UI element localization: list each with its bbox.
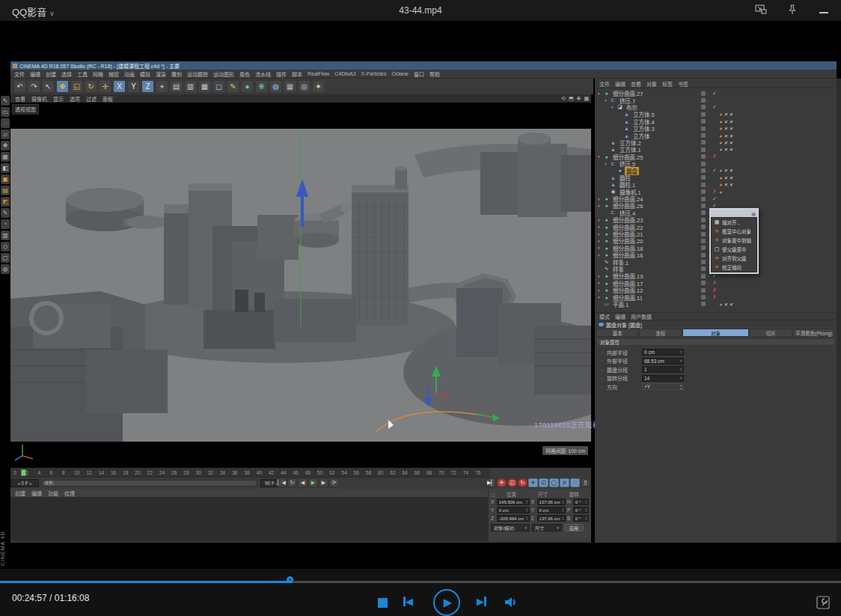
toolbar-icon[interactable]: ◱ <box>70 80 83 93</box>
visibility-dots[interactable]: : <box>708 105 709 109</box>
layer-chip[interactable] <box>701 218 706 222</box>
layer-chip[interactable] <box>701 112 706 117</box>
toolbar-icon[interactable]: ▦ <box>284 80 296 93</box>
c4d-menu-item[interactable]: 角色 <box>239 70 250 78</box>
object-manager-menu-item[interactable]: 文件 <box>599 80 610 88</box>
c4d-menu-item[interactable]: 模拟 <box>140 70 150 78</box>
visibility-dots[interactable]: : <box>708 288 709 293</box>
palette-icon[interactable]: ▦ <box>1 152 10 162</box>
popup-menu-item[interactable]: ▢ 使父级居中 <box>712 245 756 254</box>
visibility-dots[interactable]: : <box>708 91 709 96</box>
enable-mark[interactable] <box>712 168 717 174</box>
apply-button[interactable]: 应用 <box>564 524 584 531</box>
layer-chip[interactable] <box>701 105 706 109</box>
toolbar-icon[interactable]: ◻ <box>212 80 225 93</box>
video-display-area[interactable]: CINEMA 4D R18.057 Studio (RC - R18) - [建… <box>0 21 841 569</box>
layer-chip[interactable] <box>701 197 706 201</box>
palette-icon[interactable]: ◌ <box>1 118 10 128</box>
viewport-icon[interactable]: ⟲ <box>561 96 566 102</box>
c4d-menu-item[interactable]: 创建 <box>46 70 56 78</box>
c4d-menu-item[interactable]: 流水线 <box>255 70 271 78</box>
attribute-menu-item[interactable]: 编辑 <box>615 313 626 320</box>
c4d-menu-item[interactable]: 雕刻 <box>171 70 182 78</box>
field-value[interactable]: +Y▴▾ <box>642 383 684 390</box>
playback-button[interactable]: ⟳ <box>329 478 339 487</box>
tag-icons[interactable]: ◕✕✕ <box>719 119 733 124</box>
attribute-tab[interactable]: 平滑着色(Phong) <box>793 329 835 337</box>
visibility-dots[interactable]: : <box>708 140 709 144</box>
visibility-dots[interactable]: : <box>708 197 709 201</box>
playback-button[interactable]: ▏◀ <box>277 478 287 487</box>
popup-menu-item[interactable]: ▦ 轴对齐... <box>712 218 756 227</box>
keyframe-button[interactable]: ✛ <box>528 478 538 487</box>
expand-arrow[interactable] <box>598 204 603 208</box>
visibility-dots[interactable]: : <box>708 162 709 166</box>
pin-icon[interactable] <box>786 4 799 16</box>
layer-chip[interactable] <box>701 133 706 138</box>
layer-chip[interactable] <box>701 295 706 299</box>
timeline-ruler[interactable]: 0246810121416182022242628303234363840424… <box>10 468 490 478</box>
material-menu-item[interactable]: 功能 <box>48 490 58 497</box>
progress-bar[interactable] <box>0 581 841 583</box>
toolbar-icon[interactable]: ↻ <box>85 80 97 93</box>
layer-chip[interactable] <box>701 168 706 173</box>
start-frame-field[interactable]: ◂ 0 F ▸ <box>10 479 39 487</box>
expand-arrow[interactable] <box>605 162 610 166</box>
slider-handle[interactable]: 0 F <box>43 481 55 486</box>
stop-button[interactable] <box>378 598 388 608</box>
visibility-dots[interactable]: : <box>708 295 709 299</box>
viewport-icon[interactable]: ⬒ <box>569 96 574 102</box>
playback-button[interactable]: ◀ <box>298 478 308 487</box>
layer-chip[interactable] <box>701 288 706 293</box>
attribute-tab[interactable]: 切片 <box>750 329 792 337</box>
attribute-tab[interactable]: 对象 <box>682 329 749 337</box>
toolbar-icon[interactable]: ✶ <box>312 80 325 93</box>
expand-arrow[interactable] <box>598 288 603 293</box>
viewport-label[interactable]: 透视视图 <box>12 104 39 115</box>
toolbar-icon[interactable]: ▥ <box>184 80 197 93</box>
position-field[interactable]: -205.994 cm▴▾ <box>497 515 530 522</box>
viewport-icon[interactable]: ▦ <box>584 96 589 102</box>
coords-size-dropdown[interactable]: 尺寸▾ <box>532 524 562 531</box>
visibility-dots[interactable]: : <box>708 154 709 159</box>
keyframe-button[interactable]: ↻ <box>518 478 527 487</box>
c4d-menu-item[interactable]: 文件 <box>14 70 25 78</box>
enable-mark[interactable] <box>712 104 717 110</box>
expand-arrow[interactable] <box>598 154 603 159</box>
object-row[interactable]: ▭ 平面.1 : ◕✕✕ <box>595 301 837 308</box>
minimize-button[interactable] <box>817 4 831 16</box>
c4d-menu-item[interactable]: 选择 <box>61 70 72 78</box>
popup-menu-item[interactable]: ✛ 框显中心对象 <box>712 227 756 236</box>
layer-chip[interactable] <box>701 281 706 285</box>
layer-chip[interactable] <box>701 175 706 180</box>
material-menu-item[interactable]: 编辑 <box>31 490 42 497</box>
coords-mode-dropdown[interactable]: 对象(相对)▾ <box>491 524 530 531</box>
enable-mark[interactable] <box>712 287 717 293</box>
visibility-dots[interactable]: : <box>708 126 709 131</box>
expand-arrow[interactable] <box>598 274 603 278</box>
layer-chip[interactable] <box>701 183 706 187</box>
expand-arrow[interactable] <box>598 295 603 299</box>
attribute-menu-item[interactable]: 用户数据 <box>631 313 652 320</box>
palette-icon[interactable]: ✎ <box>1 208 10 218</box>
layer-chip[interactable] <box>701 225 706 229</box>
palette-icon[interactable]: ◇ <box>1 242 10 251</box>
c4d-menu-item[interactable]: X-Particles <box>361 71 387 76</box>
layer-chip[interactable] <box>701 260 706 264</box>
c4d-menu-item[interactable]: 编辑 <box>30 70 40 78</box>
spinner-left-icon[interactable]: ◂ <box>17 481 19 486</box>
volume-button[interactable] <box>504 597 519 611</box>
toolbar-icon[interactable]: ✎ <box>227 80 239 93</box>
palette-icon[interactable]: ▤ <box>1 186 10 195</box>
next-button[interactable]: ▶ <box>477 597 486 606</box>
layer-chip[interactable] <box>701 210 706 215</box>
tag-icons[interactable]: ◕✕✕ <box>719 126 733 131</box>
object-manager-menu-item[interactable]: 查看 <box>631 80 641 88</box>
c4d-menu-item[interactable]: Octane <box>391 71 409 76</box>
position-field[interactable]: 0 cm▴▾ <box>497 507 530 513</box>
popup-menu-item[interactable]: ✛ 校正轴向 <box>712 263 756 272</box>
c4d-menu-item[interactable]: 插件 <box>276 70 287 78</box>
toolbar-icon[interactable]: ▦ <box>198 80 211 93</box>
popup-menu-item[interactable]: ✛ 对象置中到轴 <box>712 236 756 245</box>
material-manager-body[interactable] <box>10 498 490 541</box>
